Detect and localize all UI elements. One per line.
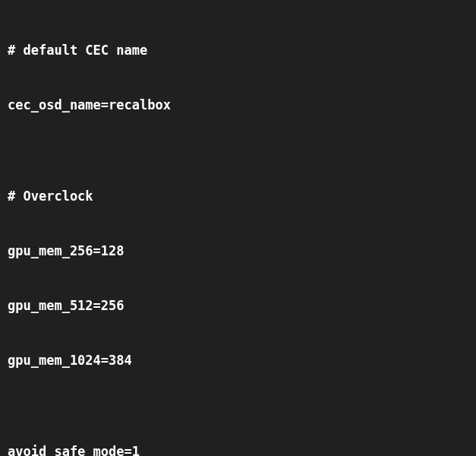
config-line: avoid_safe_mode=1 [8,442,468,456]
config-line: gpu_mem_512=256 [8,296,468,315]
config-line: gpu_mem_256=128 [8,242,468,260]
config-line: cec_osd_name=recalbox [8,96,468,114]
terminal-editor[interactable]: # default CEC name cec_osd_name=recalbox… [0,0,476,456]
config-line: # default CEC name [8,41,468,59]
config-line: gpu_mem_1024=384 [8,351,468,369]
config-line: # Overclock [8,187,468,205]
